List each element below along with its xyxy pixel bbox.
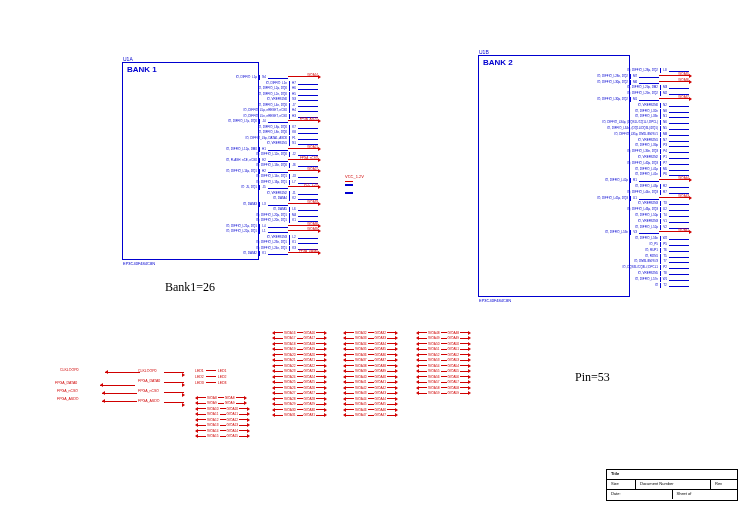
net-label: GIOA39 [354,369,368,373]
bank1-part: EP3C40F484C8N [123,261,155,266]
pin-wire [669,187,689,189]
pin-wire [639,181,659,183]
pin-row: IO, DIFFIO_L32nN8 [479,109,689,114]
pin-number: R2 [660,184,669,189]
pin-number: W1 [660,277,669,282]
net-label: GIOA29 [303,402,317,406]
net-label: GIOA16 [303,331,317,335]
pin-wire [639,83,659,85]
net-label: GIOA29 [283,402,297,406]
pin-wire [669,262,689,264]
pin-row: IO, DIFFIO_L2p, DQ0H6 [123,86,318,91]
pin-row: IO, DIFFIO_L35p, DM1L/BWS#1M8 [479,132,689,137]
decoupling-cap: VCC_1.2V [345,174,365,194]
pin-desc: IO, DIFFIO_L42p [479,178,630,183]
pin-number: N5 [660,126,669,131]
net-label: LED3 [218,381,227,385]
net-label: FPGA_nCSO [298,156,318,161]
bank1-block: U1A BANK 1 EP3C40F484C8N IO, DIFFIO_L1pG… [122,62,259,260]
pin-desc: IO, DIFFIO_L12n, DQ0 [123,152,289,157]
titleblock-docnum-label: Document Number [635,480,710,489]
net-label: GIOA49 [427,336,441,340]
net-label: GIOA38 [305,222,318,227]
net-label: GIOA33 [374,336,388,340]
pin-desc: IO, VREFB2N3 [479,201,660,206]
net-label: GIOA13 [226,423,240,427]
pin-desc: IO, DIFFIO_L14p, DQ1 [123,169,259,174]
net-label: GIOA11 [226,412,240,416]
pin-number: N8 [660,109,669,114]
net-label: GIOA39 [374,369,388,373]
pin-desc: IO, RDN1 [479,254,660,259]
titleblock-size-label: Size [607,480,635,489]
pin-desc: IO, DIFFIO_L23n, DQ1 [123,240,289,245]
net-arrow: GIOA14 [288,76,318,80]
pin-row: IO, DIFFIO_L33nN1 [479,114,689,119]
pin-number: M7 [630,74,639,79]
net-label: GIOA36 [354,353,368,357]
net-label: GIOA52 [447,353,461,357]
pin-desc: IO, VREFB2N5 [479,271,660,276]
pin-number: J5 [259,185,268,190]
pin-row: IO, DIFFIO_L13n, DQ0J6 [123,163,318,168]
net-label: GIOA20 [303,353,317,357]
net-label: GIOA55 [447,369,461,373]
pin-row: IO, DATA2K1FPGA_DATA0 [123,251,318,256]
pin-desc: IO, VREFB2N0 [479,103,660,108]
pin-number: J6 [289,163,298,168]
net-label: GIOA14 [305,73,318,78]
pin-row: IO, DIFFIO_L57nW1 [479,277,689,282]
pin-number: T5 [660,254,669,259]
pin-row: IO, DIFFIO_L5p, nRESET, nCS0H4 [123,108,318,113]
pin-wire [669,158,689,160]
net-label: GIOA43 [374,391,388,395]
pin-desc: IO, DIFFIO_L29n, DQ2 [479,91,660,96]
net-label: GIOA35 [354,347,368,351]
net-label: GIOA43 [354,391,368,395]
net-label: LED1 [218,369,227,373]
titleblock-title-label: Title [611,471,619,476]
net-label: GIOA19 [303,347,317,351]
pin-number: G3 [289,97,298,102]
net-label: GIOA22 [303,364,317,368]
net-label: GIOA50 [427,342,441,346]
net-label: GIOA18 [303,342,317,346]
net-label: GIOA46 [354,408,368,412]
title-block: Title Size Document Number Rev Date: She… [606,469,738,501]
pin-row: IO, DIFFIO_L41pM5 [479,167,689,172]
net-label: GIOA49 [447,336,461,340]
pin-row: IO, DIFFIO_L42pR1GIOA44 [479,178,689,183]
net-arrow: GIOA37 [659,98,689,102]
pin-number: H2 [259,169,268,174]
pin-wire [669,146,689,148]
net-label: GIOA11 [206,412,220,416]
net-label: VCC_1.2V [302,183,318,188]
pin-number: H1 [259,147,268,152]
net-label: GIOA45 [354,402,368,406]
pin-desc: IO, DIFFIO_L8n, DQ0 [123,130,289,135]
pin-number: P4 [660,149,669,154]
pin-row: IO, DATA4K2 [123,196,318,201]
pin-desc: IO, DIFFIO_L2p, DQ0 [123,86,289,91]
net-label: GIOA54 [427,364,441,368]
bank2-part: EP3C40F484C8N [479,298,511,303]
pin-row: IO, DIFFIO_L7p, DQ0J4FPGA_ASDO [123,119,318,124]
net-label: GIOA16 [283,331,297,335]
pin-wire [669,129,689,131]
pin-row: IO, VREFB2N0N2 [479,103,689,108]
gioa-net-pair: GIOA31GIOA31 [272,413,332,419]
pin-row: IO, DIFFIO_L34n, (DQ1L/DQ3L)/DQ1)N5 [479,126,689,131]
pin-row: IO, DIFFIO_L20p, DQ1M4 [123,213,318,218]
pin-number: K1 [259,251,268,256]
pin-row: IO_J5, DQ1J5VCC_1.2V [123,185,318,190]
pin-number: T2 [660,283,669,288]
pin-row: IO, VREFB1N3L2 [123,235,318,240]
pin-wire [669,141,689,143]
net-label: GIOA54 [447,364,461,368]
pin-number: W2 [660,236,669,241]
pin-wire [669,286,689,288]
offpage-connector: CLKLOOP0 [105,370,140,374]
net-label: GIOA48 [427,331,441,335]
pin-desc: IO, DIFFIO_L1p [123,75,259,80]
pin-desc: IO, DATA3 [123,202,259,207]
